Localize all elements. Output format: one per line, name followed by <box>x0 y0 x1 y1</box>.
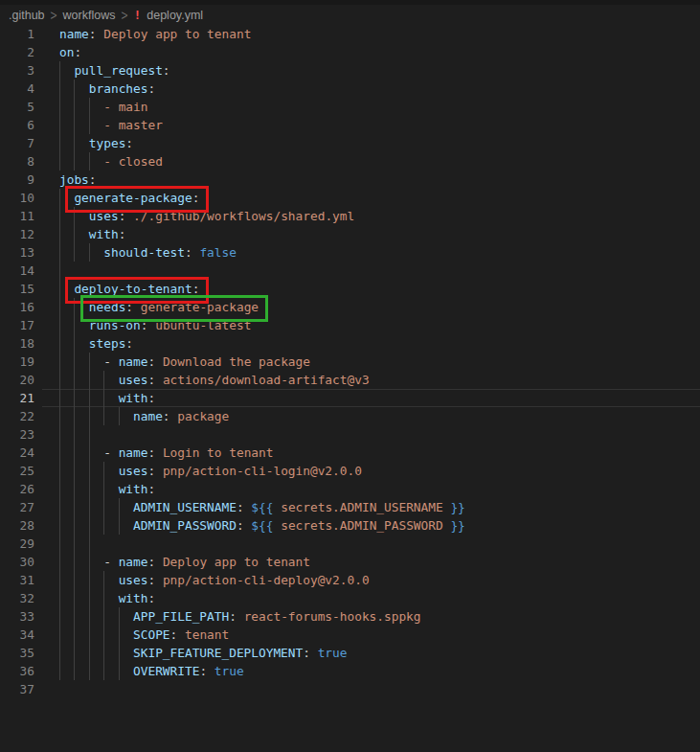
code-line-content[interactable]: generate-package: <box>46 189 700 207</box>
code-line[interactable]: 25uses: pnp/action-cli-login@v2.0.0 <box>0 462 700 480</box>
code-line-content[interactable]: uses: actions/download-artifact@v3 <box>46 371 700 389</box>
code-line[interactable]: 26with: <box>0 480 700 498</box>
code-line[interactable]: 6- master <box>0 116 700 134</box>
line-number[interactable]: 33 <box>0 607 46 626</box>
line-number[interactable]: 29 <box>0 535 46 553</box>
code-line-content[interactable]: with: <box>46 480 700 498</box>
code-line-content[interactable] <box>46 680 700 698</box>
code-line[interactable]: 7types: <box>0 134 700 152</box>
code-line-content[interactable]: uses: pnp/action-cli-deploy@v2.0.0 <box>46 571 700 589</box>
line-number[interactable]: 3 <box>0 61 46 80</box>
code-line-content[interactable]: on: <box>46 43 700 61</box>
code-editor[interactable]: 1name: Deploy app to tenant2on:3pull_req… <box>0 25 700 698</box>
line-number[interactable]: 31 <box>0 571 46 589</box>
line-number[interactable]: 11 <box>0 207 46 225</box>
code-line[interactable]: 24- name: Login to tenant <box>0 444 700 462</box>
line-number[interactable]: 27 <box>0 498 46 516</box>
code-line-content[interactable] <box>46 425 700 444</box>
code-line[interactable]: 20uses: actions/download-artifact@v3 <box>0 371 700 389</box>
code-line-content[interactable]: name: package <box>46 407 700 425</box>
code-line-content[interactable]: with: <box>46 389 700 407</box>
code-line-content[interactable]: with: <box>46 225 700 243</box>
code-line[interactable]: 32with: <box>0 589 700 607</box>
code-line[interactable]: 10generate-package: <box>0 189 700 207</box>
code-line[interactable]: 30- name: Deploy app to tenant <box>0 553 700 571</box>
line-number[interactable]: 37 <box>0 680 46 698</box>
code-line[interactable]: 17runs-on: ubuntu-latest <box>0 316 700 334</box>
code-line-content[interactable]: branches: <box>46 80 700 98</box>
line-number[interactable]: 18 <box>0 334 46 353</box>
line-number[interactable]: 4 <box>0 80 46 98</box>
line-number[interactable]: 28 <box>0 516 46 535</box>
code-line[interactable]: 12with: <box>0 225 700 243</box>
code-line[interactable]: 3pull_request: <box>0 61 700 80</box>
code-line-content[interactable]: uses: ./.github/workflows/shared.yml <box>46 207 700 225</box>
code-line[interactable]: 35SKIP_FEATURE_DEPLOYMENT: true <box>0 644 700 662</box>
code-line-content[interactable]: - closed <box>46 152 700 171</box>
code-line[interactable]: 29 <box>0 535 700 553</box>
code-line-content[interactable]: APP_FILE_PATH: react-forums-hooks.sppkg <box>46 607 700 626</box>
breadcrumb-item-workflows[interactable]: workflows <box>63 9 116 22</box>
code-line[interactable]: 36OVERWRITE: true <box>0 662 700 680</box>
line-number[interactable]: 2 <box>0 43 46 61</box>
line-number[interactable]: 21 <box>0 389 46 407</box>
code-line-content[interactable]: types: <box>46 134 700 152</box>
code-line[interactable]: 9jobs: <box>0 171 700 189</box>
code-line[interactable]: 27ADMIN_USERNAME: ${{ secrets.ADMIN_USER… <box>0 498 700 516</box>
code-line-content[interactable]: needs: generate-package <box>46 298 700 316</box>
code-line[interactable]: 33APP_FILE_PATH: react-forums-hooks.sppk… <box>0 607 700 626</box>
code-line-content[interactable] <box>46 262 700 280</box>
line-number[interactable]: 10 <box>0 189 46 207</box>
line-number[interactable]: 8 <box>0 152 46 171</box>
line-number[interactable]: 6 <box>0 116 46 134</box>
line-number[interactable]: 13 <box>0 243 46 262</box>
code-line[interactable]: 15deploy-to-tenant: <box>0 280 700 298</box>
line-number[interactable]: 22 <box>0 407 46 425</box>
code-line-content[interactable]: - master <box>46 116 700 134</box>
code-line[interactable]: 13should-test: false <box>0 243 700 262</box>
line-number[interactable]: 1 <box>0 25 46 43</box>
line-number[interactable]: 23 <box>0 425 46 444</box>
line-number[interactable]: 24 <box>0 444 46 462</box>
code-line-content[interactable]: steps: <box>46 334 700 353</box>
code-line[interactable]: 34SCOPE: tenant <box>0 626 700 644</box>
breadcrumb-item-file[interactable]: deploy.yml <box>147 9 203 22</box>
line-number[interactable]: 19 <box>0 353 46 371</box>
code-line-content[interactable]: ADMIN_USERNAME: ${{ secrets.ADMIN_USERNA… <box>46 498 700 516</box>
code-line[interactable]: 31uses: pnp/action-cli-deploy@v2.0.0 <box>0 571 700 589</box>
code-line-content[interactable]: - name: Download the package <box>46 353 700 371</box>
line-number[interactable]: 20 <box>0 371 46 389</box>
line-number[interactable]: 15 <box>0 280 46 298</box>
line-number[interactable]: 7 <box>0 134 46 152</box>
code-line-content[interactable]: should-test: false <box>46 243 700 262</box>
line-number[interactable]: 16 <box>0 298 46 316</box>
breadcrumb-item-github[interactable]: .github <box>9 9 45 22</box>
code-line[interactable]: 23 <box>0 425 700 444</box>
line-number[interactable]: 30 <box>0 553 46 571</box>
code-line[interactable]: 5- main <box>0 98 700 116</box>
code-line[interactable]: 37 <box>0 680 700 698</box>
line-number[interactable]: 5 <box>0 98 46 116</box>
code-line-content[interactable]: ADMIN_PASSWORD: ${{ secrets.ADMIN_PASSWO… <box>46 516 700 535</box>
code-line[interactable]: 19- name: Download the package <box>0 353 700 371</box>
line-number[interactable]: 26 <box>0 480 46 498</box>
code-line-content[interactable]: jobs: <box>46 171 700 189</box>
code-line[interactable]: 28ADMIN_PASSWORD: ${{ secrets.ADMIN_PASS… <box>0 516 700 535</box>
code-line[interactable]: 11uses: ./.github/workflows/shared.yml <box>0 207 700 225</box>
line-number[interactable]: 35 <box>0 644 46 662</box>
code-line[interactable]: 22name: package <box>0 407 700 425</box>
code-line-content[interactable]: - name: Deploy app to tenant <box>46 553 700 571</box>
code-line-content[interactable]: name: Deploy app to tenant <box>46 25 700 43</box>
code-line-content[interactable]: - main <box>46 98 700 116</box>
line-number[interactable]: 12 <box>0 225 46 243</box>
code-line-content[interactable]: uses: pnp/action-cli-login@v2.0.0 <box>46 462 700 480</box>
code-line-content[interactable]: SCOPE: tenant <box>46 626 700 644</box>
code-line[interactable]: 8- closed <box>0 152 700 171</box>
line-number[interactable]: 14 <box>0 262 46 280</box>
code-line-content[interactable]: deploy-to-tenant: <box>46 280 700 298</box>
code-line-content[interactable]: - name: Login to tenant <box>46 444 700 462</box>
code-line-content[interactable]: SKIP_FEATURE_DEPLOYMENT: true <box>46 644 700 662</box>
code-line[interactable]: 21with: <box>0 389 700 407</box>
line-number[interactable]: 36 <box>0 662 46 680</box>
code-line[interactable]: 18steps: <box>0 334 700 353</box>
